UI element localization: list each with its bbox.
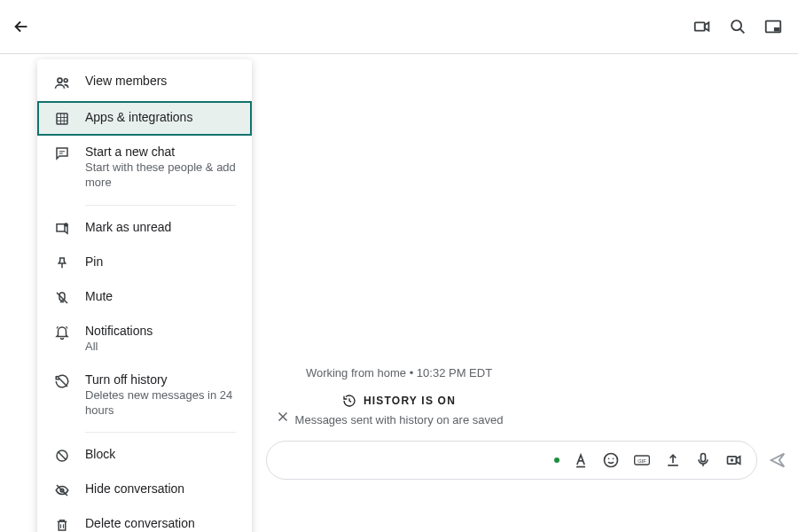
menu-item-sublabel: All xyxy=(85,340,236,355)
close-icon xyxy=(275,409,291,425)
people-icon xyxy=(53,74,71,92)
menu-item-mark-unread[interactable]: Mark as unread xyxy=(37,211,252,246)
content-area: Working from home • 10:32 PM EDT HISTORY… xyxy=(0,54,798,532)
block-icon xyxy=(53,448,71,464)
video-call-button[interactable] xyxy=(692,16,713,37)
menu-item-delete[interactable]: Delete conversation xyxy=(37,507,252,532)
history-title: HISTORY IS ON xyxy=(364,395,456,407)
menu-item-mute[interactable]: Mute xyxy=(37,280,252,315)
pin-icon xyxy=(53,255,71,271)
compose-close-button[interactable] xyxy=(275,409,291,425)
svg-point-11 xyxy=(58,78,62,82)
menu-item-turn-off-history[interactable]: Turn off history Deletes new messages in… xyxy=(37,364,252,427)
search-icon xyxy=(728,17,747,36)
video-icon xyxy=(692,17,712,36)
conversation-context-menu: View members Apps & integrations Start a… xyxy=(37,59,252,532)
send-icon xyxy=(768,450,787,470)
menu-item-view-members[interactable]: View members xyxy=(37,65,252,101)
context-menu-scroll[interactable]: View members Apps & integrations Start a… xyxy=(37,59,252,532)
svg-point-1 xyxy=(732,20,741,30)
svg-point-4 xyxy=(605,454,618,467)
emoji-icon xyxy=(602,451,620,469)
presence-status: Working from home • 10:32 PM EDT xyxy=(306,366,492,379)
gif-icon: GIF xyxy=(632,451,652,469)
mic-icon xyxy=(694,451,712,469)
video-add-button[interactable] xyxy=(724,451,744,469)
menu-item-sublabel: Deletes new messages in 24 hours xyxy=(85,388,236,419)
apps-icon xyxy=(53,111,71,127)
topbar-actions xyxy=(692,16,784,37)
menu-divider xyxy=(85,432,236,433)
side-panel-button[interactable] xyxy=(763,16,784,37)
upload-button[interactable] xyxy=(664,451,682,469)
mute-icon xyxy=(53,290,71,306)
menu-item-label: Start a new chat xyxy=(85,145,236,159)
menu-item-label: Block xyxy=(85,447,236,461)
delete-icon xyxy=(53,517,71,532)
menu-item-start-chat[interactable]: Start a new chat Start with these people… xyxy=(37,136,252,200)
history-subtitle: Messages sent with history on are saved xyxy=(295,413,504,426)
history-status: HISTORY IS ON Messages sent with history… xyxy=(295,394,504,426)
format-button[interactable] xyxy=(572,451,590,469)
svg-rect-9 xyxy=(701,454,706,462)
menu-item-label: Apps & integrations xyxy=(85,110,236,124)
hide-icon xyxy=(53,482,71,498)
send-button[interactable] xyxy=(768,450,787,470)
svg-point-14 xyxy=(64,223,68,227)
menu-item-pin[interactable]: Pin xyxy=(37,246,252,280)
svg-rect-0 xyxy=(695,22,705,30)
menu-item-label: View members xyxy=(85,74,236,88)
svg-rect-13 xyxy=(57,113,67,124)
svg-point-5 xyxy=(608,458,610,460)
menu-item-label: Mark as unread xyxy=(85,220,236,234)
svg-text:GIF: GIF xyxy=(638,458,646,464)
upload-icon xyxy=(664,451,682,469)
menu-item-notifications[interactable]: Notifications All xyxy=(37,315,252,364)
topbar xyxy=(0,0,798,53)
back-button[interactable] xyxy=(11,16,32,37)
bell-icon xyxy=(53,325,71,340)
menu-item-hide[interactable]: Hide conversation xyxy=(37,473,252,507)
mic-button[interactable] xyxy=(694,451,712,469)
video-plus-icon xyxy=(724,451,744,469)
unread-icon xyxy=(53,221,71,237)
search-button[interactable] xyxy=(727,16,748,37)
arrow-back-icon xyxy=(12,17,31,36)
menu-item-label: Pin xyxy=(85,254,236,269)
panel-icon xyxy=(763,17,783,36)
menu-item-label: Turn off history xyxy=(85,372,236,387)
history-off-icon xyxy=(53,373,71,389)
menu-item-label: Hide conversation xyxy=(85,481,236,496)
menu-item-label: Mute xyxy=(85,289,236,303)
menu-item-label: Notifications xyxy=(85,324,236,338)
menu-item-apps-integrations[interactable]: Apps & integrations xyxy=(37,101,252,136)
history-header: HISTORY IS ON xyxy=(342,394,456,408)
svg-rect-3 xyxy=(774,27,779,32)
menu-item-sublabel: Start with these people & add more xyxy=(85,160,236,191)
compose-box[interactable]: GIF xyxy=(266,441,757,480)
menu-item-block[interactable]: Block xyxy=(37,438,252,473)
svg-point-12 xyxy=(64,79,67,82)
compose-area: GIF xyxy=(266,441,777,480)
format-icon xyxy=(572,451,590,469)
emoji-button[interactable] xyxy=(602,451,620,469)
presence-dot-icon xyxy=(554,458,559,463)
menu-item-label: Delete conversation xyxy=(85,516,236,530)
menu-divider xyxy=(85,205,236,206)
history-icon xyxy=(342,394,356,408)
chat-icon xyxy=(53,145,71,161)
gif-button[interactable]: GIF xyxy=(632,451,652,469)
svg-point-6 xyxy=(613,458,614,460)
